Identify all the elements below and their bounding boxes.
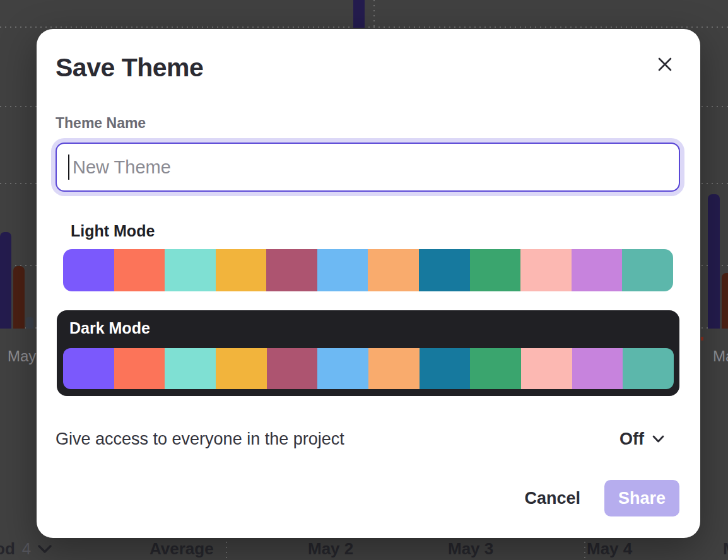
close-button[interactable] (655, 54, 675, 74)
x-axis-label: May 2 (308, 539, 353, 559)
period-selector[interactable]: od 4 (0, 539, 52, 559)
period-value: 4 (22, 539, 31, 559)
period-label: od (0, 539, 15, 559)
palette-swatch (266, 249, 317, 291)
palette-swatch (216, 348, 267, 389)
dark-mode-palette (63, 348, 674, 389)
chevron-down-icon (652, 435, 664, 443)
chart-bar (708, 194, 720, 329)
chevron-down-icon (38, 545, 52, 553)
x-axis-label: May 4 (587, 539, 632, 559)
chart-bar (26, 317, 33, 329)
theme-name-input[interactable] (56, 143, 680, 192)
palette-swatch (317, 348, 368, 389)
palette-swatch (368, 249, 419, 291)
access-dropdown[interactable]: Off (619, 429, 664, 449)
x-axis-label: Average (150, 539, 214, 559)
dialog-title: Save Theme (56, 53, 203, 83)
x-axis-label: Ma (713, 347, 728, 365)
palette-swatch (216, 249, 267, 291)
chart-bar (701, 337, 703, 341)
chart-bar (13, 266, 25, 329)
gridline-vertical (226, 537, 227, 560)
text-caret (68, 155, 69, 180)
light-mode-palette (63, 249, 673, 291)
light-mode-label: Light Mode (71, 222, 155, 240)
cancel-button[interactable]: Cancel (524, 489, 580, 508)
palette-swatch (63, 249, 114, 291)
palette-swatch (622, 249, 673, 291)
palette-swatch (368, 348, 420, 389)
palette-swatch (420, 348, 471, 389)
dark-mode-label: Dark Mode (69, 319, 150, 337)
palette-swatch (521, 348, 572, 389)
palette-swatch (470, 249, 521, 291)
palette-swatch (165, 348, 216, 389)
palette-swatch (520, 249, 572, 291)
palette-swatch (114, 348, 165, 389)
dialog-actions: Cancel Share (524, 480, 679, 516)
x-axis-label: M (723, 539, 728, 559)
palette-swatch (572, 348, 623, 389)
chart-bar (353, 0, 365, 28)
access-value: Off (619, 429, 644, 449)
gridline-vertical (373, 0, 375, 28)
palette-swatch (267, 348, 318, 389)
dark-mode-card: Dark Mode (57, 310, 679, 396)
palette-swatch (470, 348, 521, 389)
palette-swatch (165, 249, 216, 291)
palette-swatch (623, 348, 674, 389)
access-label: Give access to everyone in the project (56, 429, 344, 449)
theme-name-label: Theme Name (56, 115, 146, 132)
access-row: Give access to everyone in the project O… (56, 426, 664, 452)
chart-bar (722, 273, 728, 329)
close-icon (657, 57, 672, 72)
share-button[interactable]: Share (604, 480, 679, 516)
save-theme-dialog: Save Theme Theme Name Light Mode Dark Mo… (37, 29, 700, 538)
chart-bar (0, 232, 11, 329)
palette-swatch (114, 249, 165, 291)
palette-swatch (572, 249, 623, 291)
palette-swatch (63, 348, 114, 389)
x-axis-label: May (8, 347, 36, 365)
palette-swatch (317, 249, 368, 291)
palette-swatch (419, 249, 470, 291)
x-axis-label: May 3 (448, 539, 493, 559)
gridline-vertical (584, 537, 585, 560)
